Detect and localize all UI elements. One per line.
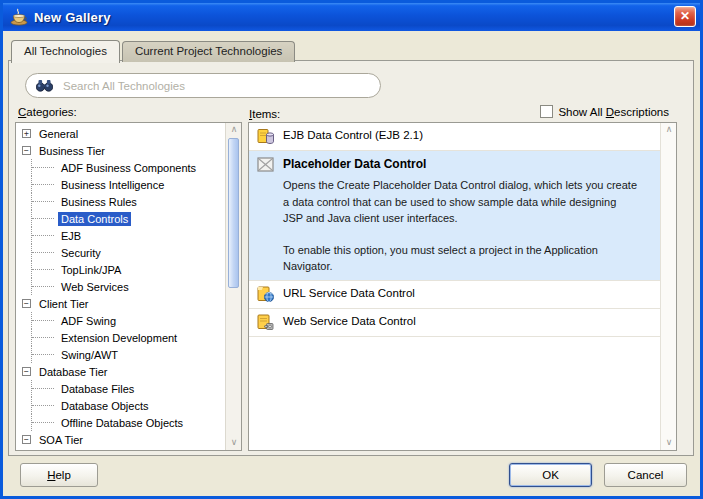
tree-item-label: Extension Development bbox=[58, 331, 180, 345]
tab-current-project-technologies[interactable]: Current Project Technologies bbox=[122, 41, 295, 62]
categories-scrollbar[interactable]: ∧ ∨ bbox=[225, 123, 241, 450]
binoculars-icon bbox=[36, 79, 53, 92]
tree-item-label: Database Files bbox=[58, 382, 137, 396]
tree-item-extension-development[interactable]: Extension Development bbox=[16, 329, 225, 346]
scroll-down-icon[interactable]: ∨ bbox=[661, 436, 677, 450]
item-title: Placeholder Data Control bbox=[283, 156, 652, 171]
close-button[interactable]: ✕ bbox=[674, 6, 696, 27]
item-title: Web Service Data Control bbox=[283, 314, 416, 327]
tree-item-toplink-jpa[interactable]: TopLink/JPA bbox=[16, 261, 225, 278]
tree-item-label: Business Intelligence bbox=[58, 178, 167, 192]
collapse-icon[interactable]: − bbox=[22, 367, 31, 376]
expand-icon[interactable]: + bbox=[22, 129, 31, 138]
tree-item-database-files[interactable]: Database Files bbox=[16, 380, 225, 397]
items-list-panel: EJB Data Control (EJB 2.1)Placeholder Da… bbox=[248, 122, 677, 451]
tree-item-label: Data Controls bbox=[58, 212, 131, 226]
tree-item-label: Web Services bbox=[58, 280, 132, 294]
items-scrollbar[interactable]: ∧ ∨ bbox=[660, 123, 676, 450]
tree-item-database-objects[interactable]: Database Objects bbox=[16, 397, 225, 414]
collapse-icon[interactable]: − bbox=[22, 435, 31, 444]
tree-item-label: ADF Business Components bbox=[58, 161, 199, 175]
tree-guide-line bbox=[31, 312, 58, 329]
item-title: EJB Data Control (EJB 2.1) bbox=[283, 128, 423, 141]
item-body: Placeholder Data ControlOpens the Create… bbox=[283, 156, 652, 275]
list-item-ejb-data-control-ejb-2-1-[interactable]: EJB Data Control (EJB 2.1) bbox=[249, 123, 660, 151]
item-body: EJB Data Control (EJB 2.1) bbox=[283, 128, 423, 141]
list-item-web-service-data-control[interactable]: Web Service Data Control bbox=[249, 309, 660, 337]
item-description: Opens the Create Placeholder Data Contro… bbox=[283, 177, 652, 227]
show-all-descriptions-toggle[interactable]: Show All Descriptions bbox=[540, 105, 669, 118]
tree-guide-line bbox=[31, 159, 58, 176]
dialog-body: All Technologies Current Project Technol… bbox=[3, 31, 700, 496]
tab-bar: All Technologies Current Project Technol… bbox=[11, 39, 297, 62]
tree-item-label: Business Tier bbox=[36, 144, 108, 158]
scroll-up-icon[interactable]: ∧ bbox=[226, 123, 242, 137]
scrollbar-thumb[interactable] bbox=[228, 138, 239, 288]
scroll-down-icon[interactable]: ∨ bbox=[226, 436, 242, 450]
new-gallery-dialog: New Gallery ✕ All Technologies Current P… bbox=[0, 0, 703, 499]
tree-item-security[interactable]: Security bbox=[16, 244, 225, 261]
tree-item-label: Client Tier bbox=[36, 297, 92, 311]
tree-guide-line bbox=[31, 227, 58, 244]
web-service-data-control-icon bbox=[257, 314, 275, 331]
tree-guide-line bbox=[31, 176, 58, 193]
categories-tree-panel: +General−Business TierADF Business Compo… bbox=[15, 122, 242, 451]
tree-item-label: SOA Tier bbox=[36, 433, 86, 447]
tree-item-adf-business-components[interactable]: ADF Business Components bbox=[16, 159, 225, 176]
tree-item-business-tier[interactable]: −Business Tier bbox=[16, 142, 225, 159]
tree-item-adf-swing[interactable]: ADF Swing bbox=[16, 312, 225, 329]
cancel-button[interactable]: Cancel bbox=[604, 463, 687, 487]
collapse-icon[interactable]: − bbox=[22, 299, 31, 308]
item-title: URL Service Data Control bbox=[283, 286, 415, 299]
tree-item-web-services[interactable]: Web Services bbox=[16, 278, 225, 295]
item-description: To enable this option, you must select a… bbox=[283, 242, 652, 275]
tree-item-general[interactable]: +General bbox=[16, 125, 225, 142]
tree-guide-line bbox=[31, 244, 58, 261]
list-item-url-service-data-control[interactable]: URL Service Data Control bbox=[249, 281, 660, 309]
tree-item-ejb[interactable]: EJB bbox=[16, 227, 225, 244]
tree-item-data-controls[interactable]: Data Controls bbox=[16, 210, 225, 227]
collapse-icon[interactable]: − bbox=[22, 146, 31, 155]
tree-item-business-rules[interactable]: Business Rules bbox=[16, 193, 225, 210]
tree-guide-line bbox=[31, 193, 58, 210]
java-cup-icon bbox=[9, 8, 29, 26]
tree-item-label: Database Tier bbox=[36, 365, 110, 379]
tab-all-technologies[interactable]: All Technologies bbox=[11, 40, 120, 63]
tree-item-swing-awt[interactable]: Swing/AWT bbox=[16, 346, 225, 363]
tree-item-offline-database-objects[interactable]: Offline Database Objects bbox=[16, 414, 225, 431]
placeholder-data-control-icon bbox=[257, 156, 275, 173]
ok-button[interactable]: OK bbox=[509, 463, 592, 487]
tree-guide-line bbox=[31, 380, 58, 397]
tree-item-business-intelligence[interactable]: Business Intelligence bbox=[16, 176, 225, 193]
url-service-data-control-icon bbox=[257, 286, 275, 303]
tree-guide-line bbox=[31, 414, 58, 431]
categories-label: Categories: bbox=[18, 106, 77, 118]
tree-item-client-tier[interactable]: −Client Tier bbox=[16, 295, 225, 312]
tree-guide-line bbox=[31, 346, 58, 363]
tree-guide-line bbox=[31, 278, 58, 295]
item-body: URL Service Data Control bbox=[283, 286, 415, 299]
search-input[interactable]: Search All Technologies bbox=[25, 73, 381, 98]
tree-item-label: General bbox=[36, 127, 81, 141]
show-all-descriptions-checkbox[interactable] bbox=[540, 105, 553, 118]
ejb-data-control-icon bbox=[257, 128, 275, 145]
tree-item-label: EJB bbox=[58, 229, 84, 243]
tree-item-database-tier[interactable]: −Database Tier bbox=[16, 363, 225, 380]
items-list: EJB Data Control (EJB 2.1)Placeholder Da… bbox=[249, 123, 660, 450]
tree-item-label: Security bbox=[58, 246, 104, 260]
scroll-up-icon[interactable]: ∧ bbox=[661, 123, 677, 137]
search-placeholder: Search All Technologies bbox=[63, 80, 185, 92]
window-title: New Gallery bbox=[34, 10, 111, 25]
list-item-placeholder-data-control[interactable]: Placeholder Data ControlOpens the Create… bbox=[249, 151, 660, 281]
tree-item-label: Database Objects bbox=[58, 399, 151, 413]
tree-guide-line bbox=[31, 261, 58, 278]
show-all-descriptions-label: Show All Descriptions bbox=[558, 106, 669, 118]
title-bar[interactable]: New Gallery ✕ bbox=[3, 3, 700, 31]
tree-guide-line bbox=[31, 329, 58, 346]
tree-item-label: ADF Swing bbox=[58, 314, 119, 328]
help-button[interactable]: Help bbox=[20, 463, 98, 487]
button-row: Help OK Cancel bbox=[3, 463, 700, 487]
tree-item-soa-tier[interactable]: −SOA Tier bbox=[16, 431, 225, 448]
tree-guide-line bbox=[31, 210, 58, 227]
items-label: Items: bbox=[249, 108, 280, 120]
